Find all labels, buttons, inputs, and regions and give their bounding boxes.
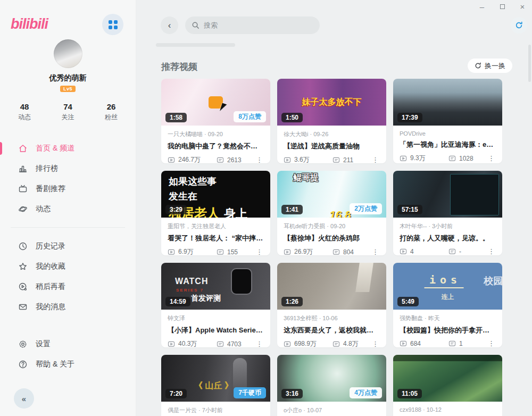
video-meta: POVDrive 「第一视角」比亚迪海豚：e平台3.0首... 9.3万 102… <box>393 126 502 163</box>
uploader-name[interactable]: 强势翻盘 · 昨天 <box>400 314 496 322</box>
planet-icon <box>18 204 28 214</box>
maximize-button[interactable] <box>498 2 506 11</box>
video-thumbnail[interactable]: 《 山丘 》 7:20 7千硬币 <box>161 355 270 402</box>
video-card[interactable]: 11:05 czx9188 · 10-12 <box>393 355 502 416</box>
uploader-name[interactable]: 耳机de听力受损 · 09-20 <box>284 222 380 230</box>
video-card[interactable]: 《 山丘 》 7:20 7千硬币 偶是一片云 · 7小时前 <box>161 355 270 416</box>
video-title[interactable]: 这东西要是火了，返校我就跳给全班同... <box>284 326 380 335</box>
sidebar-item-dynamics[interactable]: 动态 <box>0 199 136 219</box>
video-title[interactable]: 我的电脑中蛊了？竟然会不停自动生出... <box>168 142 264 151</box>
uploader-name[interactable]: 木叶年华-- · 3小时前 <box>400 222 496 230</box>
stat-followers[interactable]: 26 粉丝 <box>105 102 118 122</box>
video-card[interactable]: 1:26 36913全梓熙 · 10-06 这东西要是火了，返校我就跳给全班同.… <box>277 263 386 347</box>
minimize-button[interactable]: – <box>478 2 486 11</box>
more-options-button[interactable]: ⋮ <box>255 248 264 256</box>
video-title[interactable]: 【小泽】Apple Watch Series 7评测：... <box>168 326 264 335</box>
refresh-button[interactable] <box>511 17 527 34</box>
user-profile: 优秀的萌新 Lv5 48 动态 74 关注 26 粉丝 <box>0 39 136 122</box>
nav-primary: 首页 & 频道 排行榜 番剧推荐 动态 <box>0 138 136 219</box>
play-count: 246.7万 <box>168 155 217 164</box>
play-count: 6.9万 <box>168 247 217 256</box>
video-thumbnail[interactable]: 1:26 <box>277 263 386 310</box>
sidebar-item-label: 稍后再看 <box>36 282 65 292</box>
uploader-name[interactable]: 钟文泽 <box>168 314 264 322</box>
duration-badge: 11:05 <box>397 389 422 398</box>
search-bar[interactable] <box>185 16 320 34</box>
sidebar-item-watch-later[interactable]: 稍后再看 <box>0 277 136 297</box>
more-options-button[interactable]: ⋮ <box>487 154 496 162</box>
search-input[interactable] <box>204 21 305 29</box>
more-options-button[interactable]: ⋮ <box>255 156 264 164</box>
uploader-name[interactable]: 徐大大呦i · 09-26 <box>284 130 380 138</box>
apps-button[interactable] <box>102 14 123 35</box>
video-thumbnail[interactable]: 17:39 <box>393 79 502 126</box>
sidebar-item-home[interactable]: 首页 & 频道 <box>0 138 136 159</box>
comment-count-icon <box>217 341 224 347</box>
video-card[interactable]: 3:16 4万点赞 o小庄o · 10-07 <box>277 355 386 416</box>
sidebar-item-favorites[interactable]: 我的收藏 <box>0 256 136 277</box>
more-options-button[interactable]: ⋮ <box>487 247 496 255</box>
back-button[interactable]: ‹ <box>161 16 178 34</box>
shuffle-button[interactable]: 换一换 <box>468 59 512 73</box>
stat-dynamics[interactable]: 48 动态 <box>18 102 31 122</box>
video-thumbnail[interactable]: 11:05 <box>393 355 502 402</box>
sidebar-item-label: 排行榜 <box>36 164 58 173</box>
uploader-name[interactable]: 偶是一片云 · 7小时前 <box>168 406 264 414</box>
avatar[interactable] <box>54 39 82 68</box>
video-thumbnail[interactable]: 16.8鲲哥提 1:41 2万点赞 <box>277 171 386 218</box>
sidebar-item-settings[interactable]: 设置 <box>0 334 136 354</box>
sidebar-item-ranking[interactable]: 排行榜 <box>0 159 136 179</box>
sidebar-item-history[interactable]: 历史记录 <box>0 236 136 256</box>
uploader-name[interactable]: 一只大橘喵喵 · 09-20 <box>168 130 264 138</box>
uploader-name[interactable]: czx9188 · 10-12 <box>400 406 496 413</box>
more-options-button[interactable]: ⋮ <box>371 340 380 348</box>
sidebar-item-messages[interactable]: 我的消息 <box>0 297 136 317</box>
more-options-button[interactable]: ⋮ <box>371 248 380 256</box>
video-thumbnail[interactable]: 57:15 <box>393 171 502 218</box>
video-card[interactable]: 17:39 POVDrive 「第一视角」比亚迪海豚：e平台3.0首... 9.… <box>393 79 502 163</box>
video-thumbnail[interactable]: 妹子太多放不下 1:50 <box>277 79 386 126</box>
sidebar-item-bangumi[interactable]: 番剧推荐 <box>0 179 136 199</box>
uploader-name[interactable]: 重阳节，关注独居老人 <box>168 222 264 230</box>
video-card[interactable]: 校园连上ios 5:49 强势翻盘 · 昨天 【校园篇】快把你的手拿开，让快捷指… <box>393 263 502 347</box>
video-card[interactable]: 57:15 木叶年华-- · 3小时前 打的菜，人又嘴硬，见谅。。 4 - ⋮ <box>393 171 502 255</box>
video-thumbnail[interactable]: 首发评测SERIES 7WATCH 14:59 <box>161 263 270 310</box>
sidebar-item-help[interactable]: 帮助 & 关于 <box>0 354 136 375</box>
thumbnail-overlay-text: 鲲哥提 <box>293 173 303 182</box>
video-card[interactable]: 1:58 8万点赞 一只大橘喵喵 · 09-20 我的电脑中蛊了？竟然会不停自动… <box>161 79 270 163</box>
more-options-button[interactable]: ⋮ <box>371 156 380 164</box>
video-thumbnail[interactable]: 校园连上ios 5:49 <box>393 263 502 310</box>
video-thumbnail[interactable]: 1:58 8万点赞 <box>161 79 270 126</box>
thumbnail-overlay-text: WATCH <box>175 277 208 286</box>
video-grid: 1:58 8万点赞 一只大橘喵喵 · 09-20 我的电脑中蛊了？竟然会不停自动… <box>161 79 502 416</box>
video-title[interactable]: 【蔡徐坤】火红的杀鸡郎 <box>284 234 380 243</box>
collapse-sidebar-button[interactable]: « <box>14 388 34 409</box>
more-options-button[interactable]: ⋮ <box>487 339 496 347</box>
thumbnail-overlay-text: SERIES 7 <box>176 288 204 293</box>
video-title[interactable]: 「第一视角」比亚迪海豚：e平台3.0首... <box>400 140 496 149</box>
video-thumbnail[interactable]: 3:16 4万点赞 <box>277 355 386 402</box>
thumbnail-overlay-text: 身上 <box>224 206 247 218</box>
video-card[interactable]: 16.8鲲哥提 1:41 2万点赞 耳机de听力受损 · 09-20 【蔡徐坤】… <box>277 171 386 255</box>
video-title[interactable]: 打的菜，人又嘴硬，见谅。。 <box>400 234 496 243</box>
stat-following[interactable]: 74 关注 <box>62 102 74 122</box>
more-options-button[interactable]: ⋮ <box>255 340 264 348</box>
comment-count-value: 4703 <box>227 340 242 348</box>
play-count-icon <box>168 341 175 347</box>
video-thumbnail[interactable]: 身上独居老人发生在如果这些事 3:29 <box>161 171 270 218</box>
video-title[interactable]: 看哭了！独居老人： “家中摔倒，最痛... <box>168 234 264 243</box>
uploader-name[interactable]: 36913全梓熙 · 10-06 <box>284 314 380 322</box>
close-button[interactable]: × <box>518 2 527 11</box>
video-card[interactable]: 身上独居老人发生在如果这些事 3:29 重阳节，关注独居老人 看哭了！独居老人：… <box>161 171 270 255</box>
video-card[interactable]: 首发评测SERIES 7WATCH 14:59 钟文泽 【小泽】Apple Wa… <box>161 263 270 347</box>
video-title[interactable]: 【逆战】逆战高质量油物 <box>284 142 380 151</box>
video-title[interactable]: 【校园篇】快把你的手拿开，让快捷指... <box>400 326 496 335</box>
video-card[interactable]: 妹子太多放不下 1:50 徐大大呦i · 09-26 【逆战】逆战高质量油物 3… <box>277 79 386 163</box>
uploader-name[interactable]: o小庄o · 10-07 <box>284 406 380 414</box>
scrollbar-thumb[interactable] <box>528 45 531 82</box>
video-stats: 6.9万 155 ⋮ <box>168 247 264 256</box>
window-controls: – × <box>478 2 527 11</box>
main-area: – × ‹ 推荐视频 换一换 1:58 8万点赞 一只大橘喵喵 · 09-20 … <box>136 0 532 416</box>
duration-badge: 1:50 <box>281 113 303 122</box>
uploader-name[interactable]: POVDrive <box>400 130 496 137</box>
